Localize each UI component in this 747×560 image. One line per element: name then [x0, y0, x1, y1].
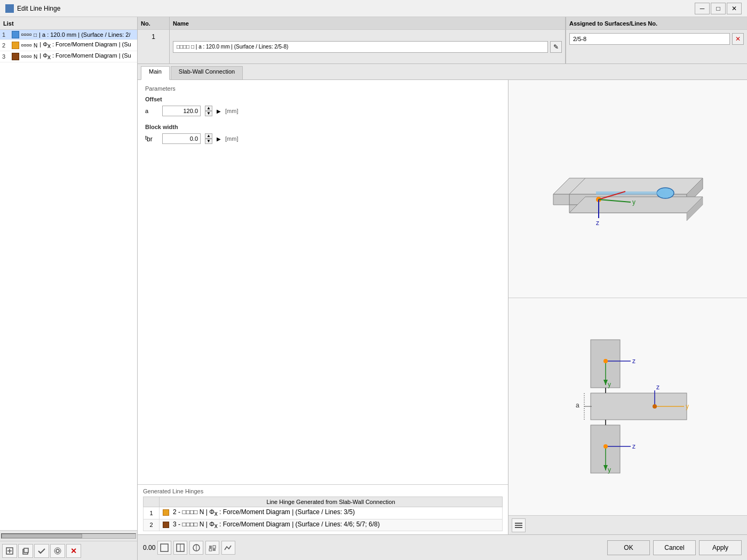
titlebar-buttons: ─ □ ✕ [695, 3, 742, 14]
item-num: 3 [2, 53, 10, 60]
pattern-icon [21, 34, 31, 36]
svg-rect-4 [24, 548, 28, 553]
offset-a-input[interactable] [162, 106, 201, 116]
no-value: 1 [141, 33, 166, 41]
offset-row: a ▲ ▼ ▶ [mm] [145, 106, 500, 116]
bottom-tools: 0.00 [143, 541, 235, 555]
app-icon [5, 4, 14, 13]
svg-rect-51 [161, 544, 168, 551]
block-width-group: Block width tbr ▲ ▼ ▶ [mm] [145, 124, 500, 144]
svg-rect-57 [213, 546, 216, 548]
params-inner: Parameters Offset a ▲ ▼ ▶ [138, 80, 508, 484]
name-edit-button[interactable]: ✎ [550, 41, 562, 53]
left-panel: List 1 □ | a : 120.0 mm | (Surface / Lin… [0, 17, 138, 560]
content-split: Parameters Offset a ▲ ▼ ▶ [138, 80, 747, 534]
view-btn-5[interactable] [221, 541, 235, 555]
list-container[interactable]: 1 □ | a : 120.0 mm | (Surface / Lines: 2… [0, 30, 137, 530]
spin-up[interactable]: ▲ [205, 106, 212, 111]
ok-button[interactable]: OK [607, 540, 650, 555]
connection-view-svg: a y z [548, 334, 708, 478]
right-area: No. 1 Name □□□□ □ | a : 120.0 mm | (Surf… [138, 17, 747, 560]
block-width-row: tbr ▲ ▼ ▶ [mm] [145, 133, 500, 144]
spin-down[interactable]: ▼ [205, 139, 212, 144]
assigned-input[interactable] [569, 33, 730, 45]
check-button[interactable] [34, 544, 49, 558]
offset-label: Offset [145, 96, 500, 102]
list-item[interactable]: 2 N | Φx : Force/Moment Diagram | (Su [0, 40, 137, 51]
gen-hinge-cell: 2 - □□□□ N | Φx : Force/Moment Diagram |… [160, 507, 503, 519]
item-symbol: □ [34, 32, 37, 38]
svg-text:z: z [632, 357, 635, 365]
view-btn-4[interactable] [205, 541, 219, 555]
item-color [12, 53, 19, 60]
item-text: | Φx : Force/Moment Diagram | (Su [39, 41, 131, 50]
gen-num: 1 [144, 507, 160, 519]
svg-text:z: z [596, 219, 599, 227]
list-header: List [0, 17, 137, 30]
item-num: 1 [2, 31, 10, 38]
svg-rect-48 [515, 523, 522, 524]
tabs-area: Main Slab-Wall Connection Parameters Off… [138, 64, 747, 534]
svg-rect-49 [515, 525, 522, 526]
view-btn-3[interactable] [189, 541, 203, 555]
spin-up[interactable]: ▲ [205, 133, 212, 139]
svg-text:a: a [576, 402, 579, 409]
bw-label: tbr [145, 134, 158, 143]
spin-down[interactable]: ▼ [205, 111, 212, 116]
name-pattern: □□□□ □ | a : 120.0 mm | (Surface / Lines… [177, 44, 288, 50]
col-num [144, 497, 160, 507]
add-button[interactable] [2, 544, 17, 558]
delete-button[interactable]: ✕ [66, 544, 81, 558]
view-btn-1[interactable] [157, 541, 171, 555]
titlebar: Edit Line Hinge ─ □ ✕ [0, 0, 747, 17]
list-toolbar: ✕ [0, 541, 137, 560]
copy-button[interactable] [18, 544, 33, 558]
tab-slab-wall[interactable]: Slab-Wall Connection [171, 66, 243, 79]
view-btn-2[interactable] [173, 541, 187, 555]
settings-button[interactable] [50, 544, 65, 558]
params-panel: Parameters Offset a ▲ ▼ ▶ [138, 80, 508, 534]
item-text: | a : 120.0 mm | (Surface / Lines: 2/ [39, 31, 130, 38]
arrow-icon: ▶ [217, 108, 221, 114]
no-header: No. [138, 17, 169, 30]
item-color [12, 31, 19, 38]
minimize-button[interactable]: ─ [695, 3, 710, 14]
preview-bottom: a y z [508, 298, 747, 516]
gen-num: 2 [144, 519, 160, 531]
table-row[interactable]: 1 2 - □□□□ N | Φx : Force/Moment Diagram… [144, 507, 503, 519]
list-item[interactable]: 1 □ | a : 120.0 mm | (Surface / Lines: 2… [0, 30, 137, 40]
no-content: 1 [138, 30, 169, 63]
params-section-label: Parameters [145, 85, 500, 92]
scroll-thumb [2, 534, 82, 538]
iso-view-svg: y z [537, 130, 719, 247]
svg-rect-16 [596, 191, 665, 195]
svg-rect-50 [515, 527, 522, 528]
svg-rect-58 [209, 549, 212, 551]
offset-a-spinner: ▲ ▼ [205, 106, 212, 116]
block-width-input[interactable] [162, 133, 201, 144]
close-button[interactable]: ✕ [727, 3, 742, 14]
bw-spinner: ▲ ▼ [205, 133, 212, 144]
svg-rect-59 [213, 549, 216, 551]
preview-toolbar [508, 515, 747, 534]
table-row[interactable]: 2 3 - □□□□ N | Φx : Force/Moment Diagram… [144, 519, 503, 531]
svg-point-34 [603, 359, 608, 363]
restore-button[interactable]: □ [711, 3, 726, 14]
svg-rect-56 [209, 546, 212, 548]
bw-unit: [mm] [225, 135, 238, 142]
offset-group: Offset a ▲ ▼ ▶ [mm] [145, 96, 500, 116]
svg-marker-10 [553, 194, 569, 205]
assigned-clear-button[interactable]: ✕ [732, 33, 744, 45]
cancel-button[interactable]: Cancel [653, 540, 696, 555]
preview-settings-button[interactable] [512, 518, 526, 532]
horizontal-scrollbar[interactable] [0, 530, 137, 541]
list-item[interactable]: 3 N | Φx : Force/Moment Diagram | (Su [0, 51, 137, 62]
tab-main[interactable]: Main [141, 66, 170, 80]
gen-hinge-cell: 3 - □□□□ N | Φx : Force/Moment Diagram |… [160, 519, 503, 531]
svg-point-5 [56, 549, 59, 553]
apply-button[interactable]: Apply [699, 540, 742, 555]
svg-text:z: z [632, 443, 635, 450]
gen-hinge-text: 3 - □□□□ N | Φx : Force/Moment Diagram |… [173, 521, 380, 528]
no-section: No. 1 [138, 17, 170, 63]
offset-a-label: a [145, 108, 158, 114]
